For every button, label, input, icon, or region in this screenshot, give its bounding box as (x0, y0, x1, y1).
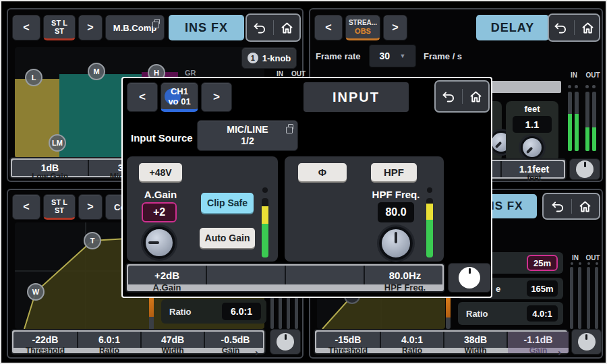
in-meter-label: IN (567, 71, 581, 79)
frame-rate-select[interactable]: 30 ▼ (369, 44, 416, 67)
screen-frame: < ST L ST > M.B.Comp INS FX L M H LM GR … (0, 0, 607, 364)
copy-icon (154, 19, 160, 24)
phantom-48v-button[interactable]: +48V (139, 163, 182, 181)
channel-select-button[interactable]: CH1 vo 01 (161, 82, 198, 112)
clip-indicator (587, 262, 590, 265)
feet-knob[interactable] (521, 136, 544, 159)
phase-button[interactable]: Φ (298, 163, 347, 181)
clip-indicator (262, 187, 268, 193)
prev-channel-button[interactable]: < (12, 194, 40, 220)
next-channel-button[interactable]: > (383, 15, 407, 40)
in-meter-l (568, 92, 572, 151)
hpf-freq-knob[interactable] (379, 226, 413, 260)
more-params-chevron-icon[interactable]: › (558, 346, 561, 358)
channel-name-bottom: OBS (355, 27, 371, 35)
encoder-knob-box[interactable] (571, 329, 602, 355)
channel-name: vo 01 (168, 96, 190, 107)
undo-icon[interactable] (442, 90, 456, 104)
gr-meter-label: GR (185, 69, 196, 77)
in-meter-r (578, 267, 581, 329)
nav-divider (571, 199, 572, 214)
ratio-param-row[interactable]: Ratio 6.0:1 (161, 299, 266, 324)
input-level-meter (426, 198, 433, 257)
threshold-label: Threshold (13, 348, 77, 353)
tab-ins-fx[interactable]: INS FX (169, 15, 244, 40)
analog-gain-card: +48V A.Gain +2 Clip Safe Auto Gain (127, 156, 278, 262)
feet-label: feet (506, 104, 558, 114)
prev-channel-button[interactable]: < (127, 82, 158, 112)
mid-band-handle[interactable]: M (88, 63, 105, 80)
phase-hpf-card: Φ HPF HPF Freq. 80.0 (285, 156, 444, 262)
channel-name-top: ST L (51, 19, 67, 27)
hpf-button[interactable]: HPF (371, 163, 417, 181)
undo-icon[interactable] (253, 21, 267, 35)
more-params-chevron-icon[interactable]: › (255, 346, 258, 358)
next-channel-button[interactable]: > (78, 15, 103, 40)
next-channel-button[interactable]: > (201, 82, 232, 112)
ratio-row-value[interactable]: 6.0:1 (222, 303, 261, 320)
fx-preset-button[interactable]: M.B.Comp (105, 15, 165, 40)
threshold-label: Threshold (316, 348, 380, 353)
feet-value[interactable]: 1.1 (513, 116, 552, 133)
channel-select-button[interactable]: STREA... OBS (345, 15, 380, 40)
channel-name-bottom: ST (55, 27, 64, 35)
home-icon[interactable] (280, 21, 294, 35)
nav-divider (462, 89, 463, 104)
one-knob-button[interactable]: 1 1-knob (241, 47, 297, 69)
prev-channel-button[interactable]: < (314, 15, 343, 40)
footer-empty-cell (207, 266, 285, 284)
param-footer[interactable]: -15dB 4.0:1 38dB -1.1dB Threshold Ratio … (314, 329, 569, 355)
one-knob-label: 1-knob (262, 53, 291, 63)
encoder-knob-box[interactable] (569, 158, 600, 180)
nav-box (542, 193, 600, 220)
channel-name-top: ST L (51, 198, 67, 206)
clip-indicator (575, 85, 578, 88)
nav-box (548, 13, 600, 42)
auto-gain-button[interactable]: Auto Gain (200, 228, 255, 248)
home-icon[interactable] (578, 200, 592, 214)
input-source-button[interactable]: MIC/LINE 1/2 (197, 120, 298, 151)
analog-gain-value[interactable]: +2 (142, 202, 177, 222)
encoder-knob-icon (576, 160, 594, 178)
encoder-knob-box[interactable] (448, 263, 491, 293)
param-footer[interactable]: -22dB 6.0:1 47dB -0.5dB Threshold Ratio … (11, 329, 266, 355)
undo-icon[interactable] (551, 200, 565, 214)
gain-label: Gain (205, 348, 256, 353)
ratio-label: Ratio (381, 348, 443, 353)
input-source-line2: 1/2 (241, 135, 254, 147)
channel-name-top: STREA... (349, 19, 377, 27)
clip-indicator (596, 262, 598, 265)
analog-gain-knob[interactable] (143, 226, 175, 259)
ratio-param-row[interactable]: Ratio 4.0:1 (458, 302, 563, 325)
width-handle[interactable]: W (27, 283, 45, 301)
low-band-handle[interactable]: L (25, 69, 42, 86)
nav-box (434, 80, 490, 113)
attack-row-value[interactable]: 25m (527, 255, 558, 271)
undo-icon[interactable] (554, 21, 568, 35)
channel-select-button[interactable]: ST L ST (43, 15, 76, 40)
channel-select-button[interactable]: ST L ST (43, 194, 76, 220)
lowmid-crossover-handle[interactable]: LM (49, 134, 66, 152)
frame-rate-label: Frame rate (316, 51, 360, 61)
footer-empty-cell (286, 266, 364, 284)
home-icon[interactable] (469, 90, 483, 104)
out-meter-l (587, 267, 590, 329)
popup-title: INPUT (304, 82, 409, 112)
prev-channel-button[interactable]: < (12, 15, 40, 40)
analog-gain-label: A.Gain (132, 189, 189, 200)
release-row-value[interactable]: 165m (527, 280, 558, 297)
width-label: Width (142, 348, 204, 353)
home-icon[interactable] (581, 21, 595, 35)
encoder-knob-box[interactable] (270, 329, 301, 355)
clip-indicator (592, 85, 596, 88)
threshold-handle[interactable]: T (84, 232, 101, 249)
ratio-row-value[interactable]: 4.0:1 (527, 305, 558, 322)
next-channel-button[interactable]: > (78, 194, 103, 220)
tab-delay[interactable]: DELAY (476, 15, 549, 40)
clip-indicator (571, 262, 573, 265)
in-meter-r (575, 92, 579, 151)
caret-down-icon: ▼ (400, 53, 406, 59)
param-footer[interactable]: +2dB 80.0Hz A.Gain HPF Freq. (125, 263, 445, 293)
clip-safe-button[interactable]: Clip Safe (201, 193, 254, 213)
hpf-freq-value[interactable]: 80.0 (378, 202, 414, 222)
